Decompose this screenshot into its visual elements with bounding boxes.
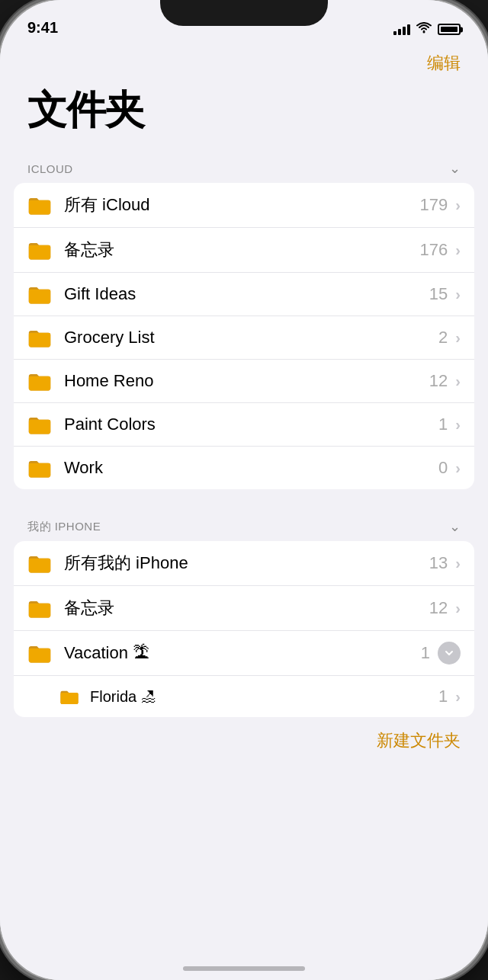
folder-name-home-reno: Home Reno [64,371,429,391]
bottom-toolbar: 新建文件夹 [0,717,488,767]
vacation-expand-button[interactable] [438,642,461,665]
signal-icon [393,24,410,35]
content-area[interactable]: 编辑 文件夹 ICLOUD ⌄ 所有 iCloud 179 [0,46,488,980]
folder-item-notes-iphone[interactable]: 备忘录 12 › [14,586,474,631]
folder-item-notes-icloud[interactable]: 备忘录 176 › [14,228,474,273]
folder-arrow-home-reno: › [455,373,461,390]
folder-name-notes-icloud: 备忘录 [64,239,420,261]
folder-arrow-florida: › [455,688,461,706]
folder-count-grocery-list: 2 [438,328,448,347]
folder-count-notes-icloud: 176 [420,240,448,260]
battery-icon [438,24,461,35]
folder-count-notes-iphone: 12 [429,598,448,618]
header: 编辑 [0,46,488,84]
myiphone-section-header[interactable]: 我的 IPHONE ⌄ [0,511,488,541]
status-icons [393,22,461,40]
folder-arrow-work: › [455,460,461,477]
folder-item-all-iphone[interactable]: 所有我的 iPhone 13 › [14,541,474,586]
folder-item-grocery-list[interactable]: Grocery List 2 › [14,316,474,360]
folder-name-paint-colors: Paint Colors [64,415,438,434]
new-folder-button[interactable]: 新建文件夹 [377,729,461,752]
folder-arrow-notes-icloud: › [455,242,461,259]
folder-icon [27,597,52,619]
page-title: 文件夹 [0,84,488,152]
folder-arrow-gift-ideas: › [455,286,461,303]
folder-icon [27,457,52,479]
notch [160,0,328,26]
icloud-folder-list: 所有 iCloud 179 › 备忘录 176 › [14,183,474,489]
folder-name-vacation: Vacation 🏝 [64,643,421,663]
folder-name-grocery-list: Grocery List [64,328,438,347]
myiphone-section: 我的 IPHONE ⌄ 所有我的 iPhone 13 › [0,511,488,717]
folder-arrow-all-icloud: › [455,197,461,214]
chevron-down-icon [445,649,454,658]
myiphone-collapse-icon[interactable]: ⌄ [449,518,461,535]
screen: 9:41 [0,0,488,980]
folder-item-vacation[interactable]: Vacation 🏝 1 [14,631,474,676]
folder-icon [27,239,52,261]
folder-arrow-paint-colors: › [455,416,461,434]
svg-point-0 [423,31,425,34]
icloud-section-title: ICLOUD [27,162,73,175]
folder-name-all-iphone: 所有我的 iPhone [64,552,429,575]
status-time: 9:41 [27,19,58,40]
folder-count-florida: 1 [438,687,448,706]
folder-item-paint-colors[interactable]: Paint Colors 1 › [14,403,474,447]
home-indicator [183,966,305,971]
folder-item-florida[interactable]: Florida 🏖 1 › [14,676,474,717]
myiphone-folder-list: 所有我的 iPhone 13 › 备忘录 12 › [14,541,474,717]
folder-name-florida: Florida 🏖 [90,688,438,706]
folder-name-all-icloud: 所有 iCloud [64,194,420,216]
folder-count-vacation: 1 [421,643,430,663]
folder-name-gift-ideas: Gift Ideas [64,284,429,304]
folder-arrow-grocery-list: › [455,329,461,347]
folder-icon [27,552,52,574]
folder-arrow-all-iphone: › [455,555,461,572]
folder-item-all-icloud[interactable]: 所有 iCloud 179 › [14,183,474,228]
folder-count-paint-colors: 1 [438,415,448,434]
phone-frame: 9:41 [0,0,488,980]
section-gap [0,489,488,511]
wifi-icon [416,22,432,37]
folder-count-gift-ideas: 15 [429,284,448,304]
folder-name-notes-iphone: 备忘录 [64,597,429,620]
folder-arrow-notes-iphone: › [455,600,461,617]
folder-icon [27,327,52,348]
folder-item-work[interactable]: Work 0 › [14,447,474,489]
folder-count-all-iphone: 13 [429,553,448,573]
folder-icon [27,194,52,216]
bottom-spacer [0,767,488,798]
folder-icon-small [59,688,79,705]
folder-icon [27,283,52,305]
folder-icon [27,370,52,392]
folder-icon [27,642,52,664]
folder-count-home-reno: 12 [429,371,448,391]
folder-count-all-icloud: 179 [420,195,448,215]
folder-count-work: 0 [438,458,448,478]
icloud-collapse-icon[interactable]: ⌄ [449,160,461,177]
folder-item-home-reno[interactable]: Home Reno 12 › [14,360,474,403]
myiphone-section-title: 我的 IPHONE [27,520,101,534]
edit-button[interactable]: 编辑 [427,52,461,75]
icloud-section: ICLOUD ⌄ 所有 iCloud 179 › [0,152,488,489]
folder-name-work: Work [64,458,438,478]
folder-icon [27,414,52,435]
icloud-section-header[interactable]: ICLOUD ⌄ [0,152,488,183]
folder-item-gift-ideas[interactable]: Gift Ideas 15 › [14,273,474,316]
